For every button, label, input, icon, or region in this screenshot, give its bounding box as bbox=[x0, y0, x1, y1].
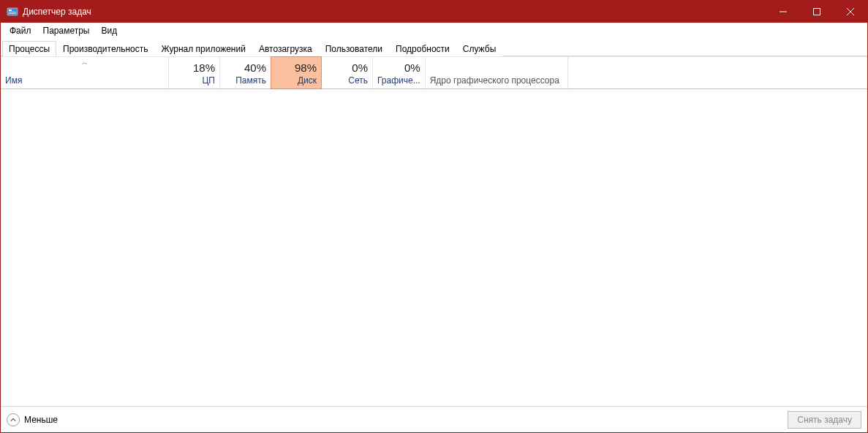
tab-apphistory[interactable]: Журнал приложений bbox=[155, 41, 252, 56]
svg-rect-3 bbox=[9, 13, 16, 14]
column-memory[interactable]: 40% Память bbox=[220, 57, 271, 89]
tab-details[interactable]: Подробности bbox=[389, 41, 456, 56]
tab-processes[interactable]: Процессы bbox=[2, 41, 56, 56]
maximize-button[interactable] bbox=[800, 1, 834, 23]
tab-performance[interactable]: Производительность bbox=[56, 41, 154, 56]
disk-label: Диск bbox=[276, 75, 317, 86]
column-disk[interactable]: 98% Диск bbox=[271, 56, 322, 89]
network-label: Сеть bbox=[326, 75, 368, 86]
chevron-up-icon bbox=[7, 413, 20, 426]
memory-label: Память bbox=[224, 75, 266, 86]
column-headers: ︿ Имя 18% ЦП 40% Память 98% Диск 0% Сеть… bbox=[1, 57, 867, 89]
window-title: Диспетчер задач bbox=[23, 7, 91, 17]
menu-view[interactable]: Вид bbox=[95, 24, 123, 37]
svg-rect-2 bbox=[9, 12, 16, 12]
column-gpu-engine[interactable]: Ядро графического процессора bbox=[426, 57, 568, 89]
network-percent: 0% bbox=[326, 61, 368, 74]
gpu-label: Графиче... bbox=[377, 75, 420, 86]
menubar: Файл Параметры Вид bbox=[1, 23, 867, 39]
fewer-details-button[interactable]: Меньше bbox=[7, 413, 58, 426]
gpu-percent: 0% bbox=[377, 61, 420, 74]
sort-indicator-icon: ︿ bbox=[82, 59, 88, 67]
tab-services[interactable]: Службы bbox=[456, 41, 502, 56]
gpu-engine-spacer bbox=[430, 65, 563, 75]
app-icon bbox=[7, 6, 18, 18]
titlebar[interactable]: Диспетчер задач bbox=[1, 1, 867, 23]
menu-file[interactable]: Файл bbox=[4, 24, 37, 37]
column-name-label: Имя bbox=[5, 75, 164, 86]
memory-percent: 40% bbox=[224, 61, 266, 74]
footer: Меньше Снять задачу bbox=[1, 406, 867, 432]
tab-users[interactable]: Пользователи bbox=[319, 41, 389, 56]
task-manager-window: Диспетчер задач Файл Параметры Вид Проце… bbox=[0, 0, 868, 433]
column-header-area: ︿ Имя 18% ЦП 40% Память 98% Диск 0% Сеть… bbox=[1, 56, 867, 89]
gpu-engine-label: Ядро графического процессора bbox=[430, 75, 563, 86]
tab-startup[interactable]: Автозагрузка bbox=[252, 41, 319, 56]
svg-rect-5 bbox=[814, 9, 820, 15]
cpu-label: ЦП bbox=[173, 75, 215, 86]
menu-options[interactable]: Параметры bbox=[37, 24, 96, 37]
end-task-button[interactable]: Снять задачу bbox=[788, 411, 861, 429]
column-network[interactable]: 0% Сеть bbox=[322, 57, 373, 89]
column-gpu[interactable]: 0% Графиче... bbox=[373, 57, 426, 89]
process-list[interactable] bbox=[1, 89, 867, 406]
svg-rect-1 bbox=[9, 10, 12, 11]
disk-percent: 98% bbox=[276, 61, 317, 74]
minimize-button[interactable] bbox=[766, 1, 800, 23]
fewer-details-label: Меньше bbox=[24, 415, 58, 425]
cpu-percent: 18% bbox=[173, 61, 215, 74]
close-button[interactable] bbox=[834, 1, 867, 23]
tabbar: Процессы Производительность Журнал прило… bbox=[1, 39, 867, 56]
column-name[interactable]: ︿ Имя bbox=[1, 57, 169, 89]
column-cpu[interactable]: 18% ЦП bbox=[169, 57, 220, 89]
